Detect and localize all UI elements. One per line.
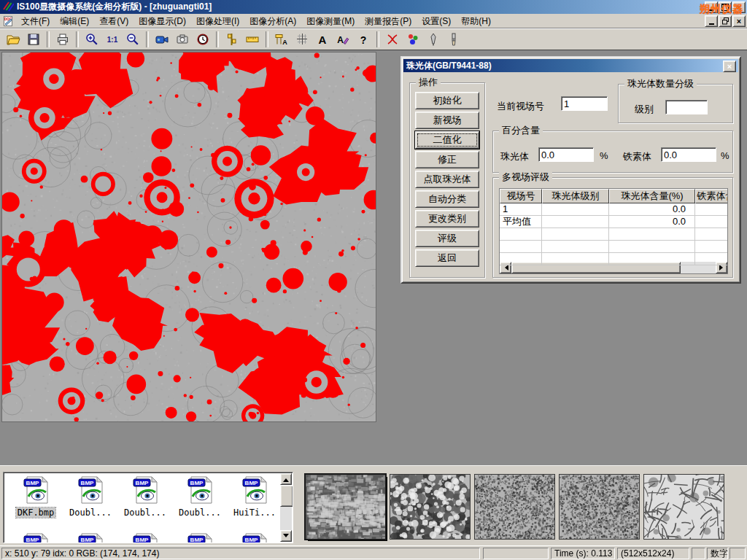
multifield-group-label: 多视场评级 (499, 172, 552, 182)
measure-a-button[interactable]: A (271, 30, 292, 49)
minimize-icon[interactable] (705, 1, 718, 13)
return-button[interactable]: 返回 (415, 249, 479, 267)
svg-text:BMP: BMP (190, 537, 204, 543)
menu-item-6[interactable]: 图像测量(M) (301, 15, 360, 28)
titlebar[interactable]: IS100显微摄像系统(金相分析版) - [zhuguangti01] × (0, 0, 747, 14)
dialog-titlebar[interactable]: 珠光体(GB/T9441-88) × (403, 59, 738, 72)
scroll-up-icon[interactable] (280, 473, 292, 485)
table-row-empty[interactable] (500, 253, 727, 265)
caliper-button[interactable] (222, 30, 242, 49)
table-header-2: 珠光体含量(%) (609, 189, 695, 203)
toolbar-separator (47, 31, 50, 47)
file-item-partial[interactable]: BMP (9, 532, 62, 543)
text-a-button[interactable]: A (312, 30, 333, 49)
dialog-close-icon[interactable]: × (723, 61, 736, 72)
initialize-button[interactable]: 初始化 (415, 92, 479, 109)
menu-item-4[interactable]: 图像处理(I) (191, 15, 244, 28)
percent-group-label: 百分含量 (499, 125, 543, 136)
pick-pearlite-button[interactable]: 点取珠光体 (415, 171, 479, 188)
menu-item-7[interactable]: 测量报告(P) (360, 15, 417, 28)
menu-item-0[interactable]: 文件(F) (16, 15, 55, 28)
file-item-3[interactable]: BMPDoubl... (174, 475, 226, 518)
print-button[interactable] (53, 30, 73, 49)
thumbnail-3[interactable] (560, 475, 639, 539)
thumbnail-4[interactable] (644, 475, 724, 539)
brush-button[interactable] (444, 30, 464, 49)
photo-camera-button[interactable] (172, 30, 193, 49)
document-icon[interactable]: DOC (1, 15, 15, 27)
menu-item-5[interactable]: 图像分析(A) (244, 15, 301, 28)
correct-button[interactable]: 修正 (415, 151, 479, 168)
thumbnail-2[interactable] (475, 475, 554, 539)
zoom-in-button[interactable] (82, 30, 102, 49)
menu-item-9[interactable]: 帮助(H) (456, 15, 496, 28)
binarize-button[interactable]: 二值化 (415, 131, 479, 149)
color-dots-button[interactable] (403, 30, 423, 49)
video-camera-icon (155, 32, 169, 47)
ruler-button[interactable] (242, 30, 263, 49)
text-edit-button[interactable]: A (333, 30, 353, 49)
curve-cut-button[interactable] (382, 30, 403, 49)
open-folder-button[interactable] (3, 30, 23, 49)
thumbnail-1[interactable] (390, 475, 470, 539)
actual-size-button[interactable]: 1:1 (102, 30, 123, 49)
grid-button[interactable] (292, 30, 312, 49)
change-class-button[interactable]: 更改类别 (415, 210, 479, 228)
text-edit-icon: A (336, 32, 350, 47)
table-row-0[interactable]: 10.0 (500, 203, 727, 216)
bmp-file-icon: BMP (239, 532, 270, 543)
menu-item-1[interactable]: 编辑(E) (55, 15, 94, 28)
file-item-0[interactable]: BMPDKF.bmp (9, 475, 62, 518)
file-list-vscrollbar[interactable] (280, 473, 292, 542)
photo-camera-icon (175, 32, 190, 47)
file-list[interactable]: BMPBMPBMPBMPBMPBMPHuiTi...BMPDoubl...BMP… (3, 472, 293, 543)
pen-button[interactable] (423, 30, 444, 49)
level-input[interactable] (665, 100, 708, 114)
file-item-4[interactable]: BMPHuiTi... (228, 475, 281, 518)
pearlite-percent-unit: % (600, 150, 608, 161)
bmp-file-icon: BMP (130, 532, 160, 543)
new-field-button[interactable]: 新视场 (415, 112, 479, 129)
video-camera-button[interactable] (152, 30, 172, 49)
menu-item-8[interactable]: 设置(S) (417, 15, 456, 28)
file-name: Doubl... (177, 508, 222, 518)
zoom-out-button[interactable] (123, 30, 143, 49)
table-row-1[interactable]: 平均值0.0 (500, 216, 727, 228)
pearlite-percent-input[interactable] (538, 147, 594, 162)
scroll-down-icon[interactable] (280, 530, 292, 542)
menu-item-3[interactable]: 图像显示(D) (133, 15, 191, 28)
grading-group: 珠光体数量分级 级别 (618, 84, 733, 123)
mdi-restore-icon[interactable] (719, 15, 732, 27)
file-item-partial[interactable]: BMP (228, 532, 281, 543)
color-dots-icon (406, 32, 420, 47)
table-row-empty[interactable] (500, 241, 727, 253)
status-time: Time (s): 0.113 (551, 548, 615, 559)
file-item-partial[interactable]: BMP (174, 532, 226, 543)
mdi-minimize-icon[interactable] (705, 15, 718, 27)
save-button[interactable] (23, 30, 44, 49)
svg-text:BMP: BMP (81, 537, 94, 543)
maximize-icon[interactable] (719, 1, 732, 13)
file-item-2[interactable]: BMPDoubl... (119, 475, 171, 518)
help-button[interactable]: ? (353, 30, 374, 49)
clock-button[interactable] (193, 30, 213, 49)
rate-button[interactable]: 评级 (415, 230, 479, 247)
vscroll-thumb[interactable] (280, 485, 293, 507)
mdi-close-icon[interactable]: × (732, 15, 746, 27)
close-icon[interactable]: × (732, 1, 746, 13)
status-mode: 数字 (707, 548, 728, 559)
ferrite-percent-input[interactable] (661, 147, 716, 162)
toolbar: 1:1AAA? (0, 28, 747, 50)
toolbar-separator (266, 31, 268, 47)
file-item-1[interactable]: BMPDoubl... (64, 475, 117, 518)
file-item-partial[interactable]: BMP (119, 532, 171, 543)
file-item-partial[interactable]: BMP (64, 532, 117, 543)
table-cell (695, 253, 728, 265)
table-row-empty[interactable] (500, 228, 727, 241)
thumbnail-0[interactable] (306, 475, 385, 539)
metallograph-image[interactable] (2, 52, 376, 421)
current-field-input[interactable] (561, 96, 608, 111)
menu-item-2[interactable]: 查看(V) (94, 15, 133, 28)
auto-classify-button[interactable]: 自动分类 (415, 190, 479, 208)
svg-text:BMP: BMP (81, 480, 94, 486)
